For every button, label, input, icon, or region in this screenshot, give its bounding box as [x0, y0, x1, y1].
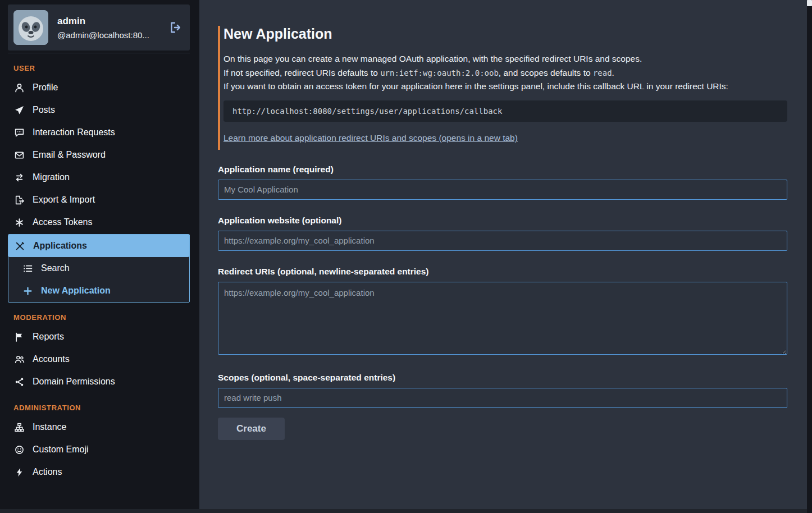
- smiley-icon: [13, 445, 25, 455]
- horizontal-scrollbar[interactable]: [0, 509, 812, 513]
- applications-nav-group: Applications Search New Application: [8, 234, 190, 303]
- sidebar-item-access-tokens[interactable]: Access Tokens: [8, 211, 190, 233]
- default-redirect-uri-code: urn:ietf:wg:oauth:2.0:oob: [380, 68, 499, 77]
- sidebar-item-migration[interactable]: Migration: [8, 166, 190, 189]
- comment-icon: [13, 128, 25, 138]
- user-info: admin @admin@localhost:80...: [57, 16, 161, 40]
- users-icon: [13, 355, 25, 364]
- section-header-moderation: MODERATION: [13, 313, 190, 322]
- main-panel: New Application On this page you can cre…: [199, 0, 812, 513]
- page-intro: New Application On this page you can cre…: [218, 26, 787, 150]
- divider: [8, 53, 190, 53]
- sidebar-item-label: Custom Emoji: [33, 445, 89, 455]
- page-title: New Application: [223, 26, 787, 42]
- user-handle: @admin@localhost:80...: [57, 30, 161, 40]
- vertical-scrollbar[interactable]: [807, 0, 812, 513]
- scopes-label: Scopes (optional, space-separated entrie…: [218, 373, 787, 383]
- sidebar-item-instance[interactable]: Instance: [8, 416, 190, 438]
- sidebar-item-label: Actions: [33, 467, 62, 477]
- learn-more-link[interactable]: Learn more about application redirect UR…: [223, 133, 518, 143]
- exchange-arrows-icon: [13, 173, 25, 182]
- scopes-input[interactable]: [218, 388, 787, 408]
- sidebar-item-export-import[interactable]: Export & Import: [8, 189, 190, 211]
- sidebar-item-label: Email & Password: [33, 150, 106, 160]
- share-nodes-icon: [13, 377, 25, 387]
- sidebar-item-label: Instance: [33, 422, 66, 432]
- paper-plane-icon: [13, 106, 25, 115]
- user-icon: [13, 83, 25, 93]
- application-name-input[interactable]: [218, 180, 787, 200]
- sidebar-item-label: Domain Permissions: [33, 377, 115, 387]
- sidebar-item-label: Export & Import: [33, 195, 95, 205]
- intro-paragraph-3: If you want to obtain an access token fo…: [223, 80, 787, 94]
- sidebar-item-label: New Application: [41, 286, 111, 296]
- plus-icon: [22, 286, 34, 296]
- sidebar-item-profile[interactable]: Profile: [8, 76, 190, 99]
- sidebar-item-accounts[interactable]: Accounts: [8, 348, 190, 370]
- sidebar-item-label: Migration: [33, 172, 70, 182]
- sidebar-item-label: Posts: [33, 105, 55, 115]
- application-website-input[interactable]: [218, 231, 787, 251]
- sidebar-item-label: Search: [41, 263, 70, 273]
- create-button[interactable]: Create: [218, 418, 285, 440]
- applications-submenu: Search New Application: [8, 257, 189, 302]
- bolt-icon: [13, 468, 25, 477]
- file-export-icon: [13, 195, 25, 205]
- application-name-label: Application name (required): [218, 164, 787, 175]
- sidebar-item-label: Interaction Requests: [33, 127, 115, 138]
- sidebar-item-reports[interactable]: Reports: [8, 326, 190, 348]
- sidebar-item-custom-emoji[interactable]: Custom Emoji: [8, 438, 190, 461]
- sitemap-icon: [13, 423, 25, 432]
- user-card[interactable]: admin @admin@localhost:80...: [8, 4, 190, 51]
- tools-icon: [14, 241, 26, 251]
- envelope-icon: [13, 150, 25, 160]
- sidebar-item-label: Accounts: [33, 354, 70, 364]
- flag-icon: [13, 332, 25, 342]
- sidebar-item-applications-search[interactable]: Search: [8, 257, 189, 280]
- avatar: [13, 10, 48, 45]
- logout-icon[interactable]: [170, 21, 182, 34]
- asterisk-icon: [13, 218, 25, 227]
- redirect-uris-textarea[interactable]: [218, 282, 787, 355]
- sidebar-item-applications[interactable]: Applications: [8, 235, 189, 257]
- sidebar-item-label: Access Tokens: [33, 217, 92, 227]
- intro-paragraph-2: If not specified, redirect URIs defaults…: [223, 66, 787, 80]
- sidebar-item-label: Reports: [33, 332, 64, 342]
- intro-paragraph-1: On this page you can create a new manage…: [223, 52, 787, 66]
- sidebar-item-new-application[interactable]: New Application: [8, 280, 189, 302]
- sidebar-item-label: Applications: [33, 241, 87, 251]
- default-scope-code: read: [593, 68, 612, 77]
- settings-sidebar: admin @admin@localhost:80... USER Profil…: [0, 0, 199, 513]
- callback-url-code-block: http://localhost:8080/settings/user/appl…: [223, 100, 787, 122]
- list-icon: [22, 264, 34, 273]
- sidebar-item-email-password[interactable]: Email & Password: [8, 144, 190, 166]
- user-name: admin: [57, 16, 161, 27]
- vertical-scrollbar-thumb[interactable]: [807, 0, 812, 6]
- section-header-user: USER: [13, 64, 190, 72]
- application-website-label: Application website (optional): [218, 216, 787, 226]
- sidebar-item-interaction-requests[interactable]: Interaction Requests: [8, 121, 190, 144]
- sidebar-item-posts[interactable]: Posts: [8, 99, 190, 121]
- sidebar-item-label: Profile: [33, 83, 58, 93]
- sidebar-item-domain-permissions[interactable]: Domain Permissions: [8, 370, 190, 393]
- redirect-uris-label: Redirect URIs (optional, newline-separat…: [218, 267, 787, 277]
- section-header-administration: ADMINISTRATION: [13, 404, 190, 412]
- sidebar-item-actions[interactable]: Actions: [8, 461, 190, 483]
